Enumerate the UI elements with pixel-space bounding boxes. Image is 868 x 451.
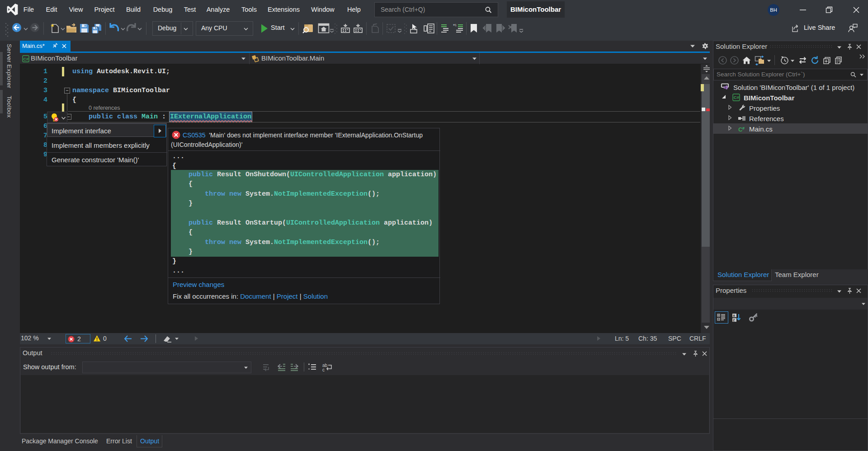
svg-text:A: A [733,314,735,317]
svg-text:C#: C# [734,95,740,100]
svg-text:#: # [742,126,745,131]
svg-text:*¹: *¹ [453,23,457,28]
svg-text:c: c [322,367,325,372]
svg-text:C#: C# [24,57,29,61]
svg-text:Z: Z [733,319,735,322]
